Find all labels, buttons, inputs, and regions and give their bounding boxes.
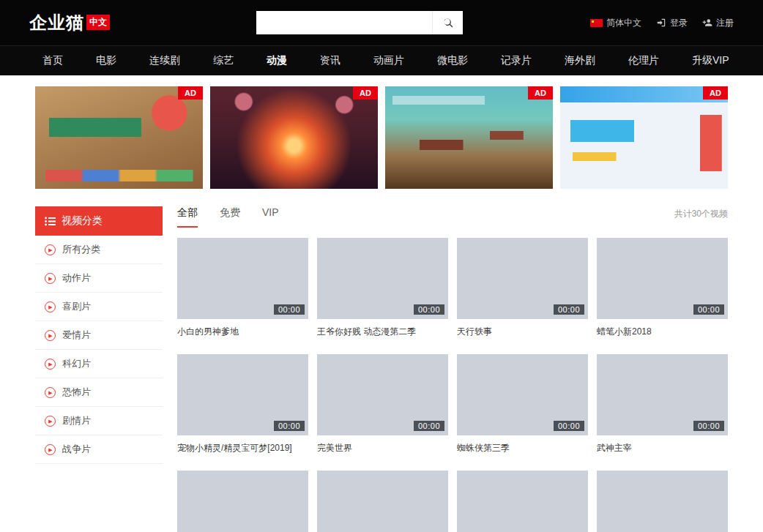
video-thumbnail — [177, 471, 308, 532]
video-card[interactable]: 00:00 宠物小精灵/精灵宝可梦[2019] — [177, 354, 308, 454]
video-card-placeholder[interactable] — [317, 471, 448, 532]
video-thumbnail: 00:00 — [177, 238, 308, 319]
sidebar-item-label: 恐怖片 — [62, 386, 91, 399]
tab-all[interactable]: 全部 — [177, 206, 198, 228]
duration-badge: 00:00 — [693, 304, 724, 315]
video-title: 王爷你好贱 动态漫第二季 — [317, 326, 448, 338]
language-link[interactable]: 简体中文 — [590, 17, 641, 29]
user-links: 简体中文 登录 注册 — [543, 17, 734, 29]
login-link[interactable]: 登录 — [656, 17, 688, 29]
sidebar-item-scifi[interactable]: ▶ 科幻片 — [35, 350, 163, 378]
sidebar-item-horror[interactable]: ▶ 恐怖片 — [35, 378, 163, 407]
video-title: 小白的男神爹地 — [177, 326, 308, 338]
video-thumbnail: 00:00 — [597, 238, 728, 319]
nav-item-vip-upgrade[interactable]: 升级VIP — [692, 54, 729, 67]
video-card[interactable]: 00:00 武神主宰 — [597, 354, 728, 454]
login-label: 登录 — [670, 17, 688, 29]
video-title: 完美世界 — [317, 442, 448, 454]
ad-banner-1[interactable]: AD — [35, 86, 203, 189]
video-thumbnail — [457, 471, 588, 532]
category-sidebar: 视频分类 ▶ 所有分类 ▶ 动作片 ▶ 喜剧片 ▶ 爱情片 ▶ 科幻片 ▶ 恐怖… — [35, 206, 163, 464]
nav-item-news[interactable]: 资讯 — [320, 54, 340, 67]
duration-badge: 00:00 — [554, 304, 584, 315]
duration-badge: 00:00 — [554, 421, 584, 431]
nav-item-anime[interactable]: 动漫 — [267, 54, 287, 67]
search-input[interactable] — [256, 11, 432, 34]
duration-badge: 00:00 — [274, 304, 305, 315]
login-icon — [656, 18, 666, 28]
video-title: 武神主宰 — [597, 442, 728, 454]
total-count-label: 共计30个视频 — [674, 206, 728, 220]
ad-artwork — [35, 86, 203, 189]
logo-badge: 中文 — [86, 15, 110, 30]
video-card[interactable]: 00:00 王爷你好贱 动态漫第二季 — [317, 238, 448, 338]
play-icon: ▶ — [45, 416, 56, 427]
play-icon: ▶ — [45, 301, 56, 312]
play-icon: ▶ — [45, 387, 56, 398]
site-logo[interactable]: 企业猫 中文 — [29, 13, 176, 32]
ad-banner-4[interactable]: AD — [560, 86, 728, 189]
video-card-placeholder[interactable] — [597, 471, 728, 532]
nav-item-cartoon[interactable]: 动画片 — [373, 54, 404, 67]
sidebar-item-comedy[interactable]: ▶ 喜剧片 — [35, 293, 163, 321]
video-grid: 00:00 小白的男神爹地 00:00 王爷你好贱 动态漫第二季 00:00 天… — [177, 238, 728, 532]
video-card[interactable]: 00:00 蜘蛛侠第三季 — [457, 354, 588, 454]
nav-item-home[interactable]: 首页 — [42, 54, 63, 67]
video-thumbnail: 00:00 — [317, 354, 448, 435]
sidebar-item-label: 所有分类 — [62, 243, 100, 256]
ad-artwork — [560, 86, 728, 189]
ad-artwork — [210, 86, 378, 189]
search-button[interactable] — [432, 11, 463, 34]
play-icon: ▶ — [45, 330, 56, 341]
video-card[interactable]: 00:00 蜡笔小新2018 — [597, 238, 728, 338]
ad-banner-3[interactable]: AD — [385, 86, 553, 189]
video-card[interactable]: 00:00 小白的男神爹地 — [177, 238, 308, 338]
ad-badge: AD — [528, 86, 553, 100]
video-thumbnail: 00:00 — [317, 238, 448, 319]
nav-item-microfilm[interactable]: 微电影 — [437, 54, 468, 67]
nav-item-overseas[interactable]: 海外剧 — [565, 54, 595, 67]
sidebar-item-all[interactable]: ▶ 所有分类 — [35, 236, 163, 264]
sidebar-item-label: 喜剧片 — [62, 300, 91, 313]
nav-item-movies[interactable]: 电影 — [96, 54, 116, 67]
user-add-icon — [702, 18, 712, 28]
video-card-placeholder[interactable] — [457, 471, 588, 532]
play-icon: ▶ — [45, 273, 56, 284]
ad-banner-2[interactable]: AD — [210, 86, 378, 189]
sidebar-item-action[interactable]: ▶ 动作片 — [35, 264, 163, 293]
register-link[interactable]: 注册 — [702, 17, 734, 29]
filter-tabs: 全部 免费 VIP 共计30个视频 — [177, 206, 728, 228]
video-thumbnail: 00:00 — [457, 354, 588, 435]
sidebar-item-label: 科幻片 — [62, 357, 91, 370]
nav-item-variety[interactable]: 综艺 — [213, 54, 234, 67]
video-thumbnail — [317, 471, 448, 532]
video-title: 蜘蛛侠第三季 — [457, 442, 588, 454]
tab-free[interactable]: 免费 — [220, 206, 240, 226]
nav-item-ethics[interactable]: 伦理片 — [628, 54, 659, 67]
china-flag-icon — [590, 19, 603, 27]
video-title: 蜡笔小新2018 — [597, 326, 728, 338]
nav-item-series[interactable]: 连续剧 — [149, 54, 180, 67]
sidebar-title: 视频分类 — [62, 214, 103, 228]
video-card[interactable]: 00:00 天行轶事 — [457, 238, 588, 338]
ad-badge: AD — [353, 86, 378, 100]
sidebar-item-label: 爱情片 — [62, 329, 91, 342]
tab-vip[interactable]: VIP — [262, 206, 279, 225]
nav-item-documentary[interactable]: 记录片 — [501, 54, 532, 67]
sidebar-item-romance[interactable]: ▶ 爱情片 — [35, 321, 163, 350]
sidebar-item-drama[interactable]: ▶ 剧情片 — [35, 407, 163, 435]
sidebar-item-war[interactable]: ▶ 战争片 — [35, 435, 163, 464]
video-card[interactable]: 00:00 完美世界 — [317, 354, 448, 454]
register-label: 注册 — [716, 17, 734, 29]
ad-banner-row: AD AD AD AD — [35, 86, 728, 189]
sidebar-item-label: 剧情片 — [62, 414, 91, 427]
sidebar-header: 视频分类 — [35, 206, 163, 236]
search-icon — [442, 17, 454, 29]
logo-text: 企业猫 — [29, 13, 84, 32]
main-nav: 首页 电影 连续剧 综艺 动漫 资讯 动画片 微电影 记录片 海外剧 伦理片 升… — [0, 45, 763, 75]
duration-badge: 00:00 — [693, 421, 724, 431]
top-header: 企业猫 中文 简体中文 登录 注册 — [0, 0, 763, 45]
duration-badge: 00:00 — [274, 421, 305, 431]
video-card-placeholder[interactable] — [177, 471, 308, 532]
ad-badge: AD — [703, 86, 728, 100]
